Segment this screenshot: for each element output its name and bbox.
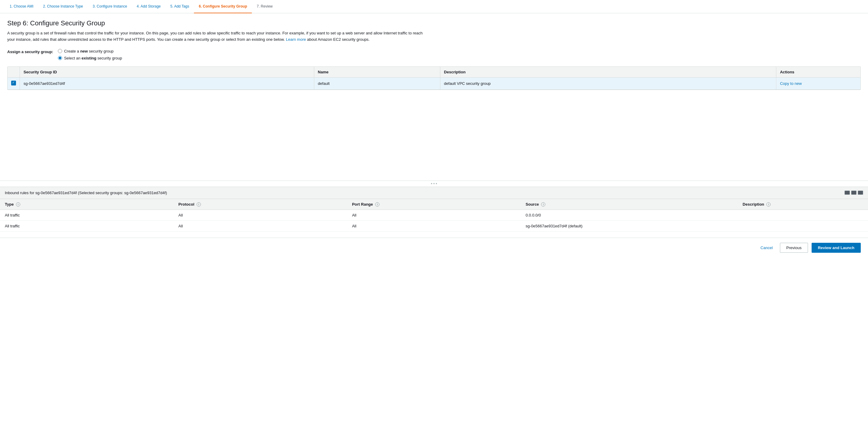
- security-groups-table-wrapper: Security Group ID Name Description Actio…: [7, 66, 861, 90]
- radio-create-new[interactable]: Create a new security group: [58, 49, 122, 53]
- sg-selected-checkbox[interactable]: [11, 81, 16, 85]
- rule1-source: 0.0.0.0/0: [521, 210, 738, 221]
- inbound-rules-section: Inbound rules for sg-0e5667ae931ed7d4f (…: [0, 187, 868, 232]
- sg-col-actions-header: Actions: [776, 67, 861, 78]
- copy-to-new-link[interactable]: Copy to new: [780, 81, 802, 86]
- page-title: Step 6: Configure Security Group: [7, 19, 861, 27]
- rule1-type: All traffic: [0, 210, 174, 221]
- rules-col-type-header: Type i: [0, 199, 174, 210]
- rules-col-port-header: Port Range i: [347, 199, 521, 210]
- wizard-step-2[interactable]: 2. Choose Instance Type: [38, 0, 88, 13]
- splitter-dot-1: [431, 183, 432, 184]
- sg-col-checkbox: [7, 67, 20, 78]
- action-bar: Cancel Previous Review and Launch: [0, 238, 868, 258]
- sg-col-name-header: Name: [314, 67, 440, 78]
- rule1-port-range: All: [347, 210, 521, 221]
- sg-row-checkbox-cell[interactable]: [7, 77, 20, 89]
- splitter-dot-2: [433, 183, 435, 184]
- assign-security-group-section: Assign a security group: Create a new se…: [7, 49, 861, 60]
- sg-desc-cell: default VPC security group: [440, 77, 776, 89]
- radio-existing-label: Select an existing security group: [64, 56, 122, 60]
- rule2-description: [738, 221, 868, 232]
- rules-table-header-row: Type i Protocol i Port Range i Source i …: [0, 199, 868, 210]
- radio-options: Create a new security group Select an ex…: [58, 49, 122, 60]
- inbound-rules-header: Inbound rules for sg-0e5667ae931ed7d4f (…: [0, 187, 868, 199]
- wizard-step-6[interactable]: 6. Configure Security Group: [194, 0, 252, 13]
- rule2-source: sg-0e5667ae931ed7d4f (default): [521, 221, 738, 232]
- desc-info-icon[interactable]: i: [766, 202, 771, 206]
- sg-table-header-row: Security Group ID Name Description Actio…: [7, 67, 861, 78]
- panel-collapse-button[interactable]: [844, 191, 850, 195]
- wizard-step-4[interactable]: 4. Add Storage: [132, 0, 165, 13]
- radio-existing-input[interactable]: [58, 56, 62, 60]
- learn-more-link[interactable]: Learn more: [286, 37, 306, 42]
- protocol-info-icon[interactable]: i: [197, 202, 201, 206]
- wizard-step-1[interactable]: 1. Choose AMI: [5, 0, 38, 13]
- inbound-rules-title: Inbound rules for sg-0e5667ae931ed7d4f (…: [5, 191, 167, 195]
- sg-col-desc-header: Description: [440, 67, 776, 78]
- port-info-icon[interactable]: i: [375, 202, 379, 206]
- table-row: All traffic All All sg-0e5667ae931ed7d4f…: [0, 221, 868, 232]
- rule2-port-range: All: [347, 221, 521, 232]
- page-description: A security group is a set of firewall ru…: [7, 30, 430, 43]
- panel-splitter[interactable]: [0, 180, 868, 187]
- splitter-handle: [431, 183, 437, 184]
- rule1-protocol: All: [174, 210, 347, 221]
- sg-col-id-header: Security Group ID: [20, 67, 314, 78]
- radio-create-input[interactable]: [58, 49, 62, 53]
- table-row: All traffic All All 0.0.0.0/0: [0, 210, 868, 221]
- cancel-button[interactable]: Cancel: [757, 244, 776, 252]
- rules-col-protocol-header: Protocol i: [174, 199, 347, 210]
- previous-button[interactable]: Previous: [780, 243, 808, 253]
- table-row[interactable]: sg-0e5667ae931ed7d4f default default VPC…: [7, 77, 861, 89]
- rules-col-desc-header: Description i: [738, 199, 868, 210]
- rule2-type: All traffic: [0, 221, 174, 232]
- radio-select-existing[interactable]: Select an existing security group: [58, 56, 122, 60]
- source-info-icon[interactable]: i: [541, 202, 545, 206]
- inbound-rules-table: Type i Protocol i Port Range i Source i …: [0, 199, 868, 232]
- security-groups-table: Security Group ID Name Description Actio…: [7, 67, 861, 90]
- assign-label: Assign a security group:: [7, 49, 53, 54]
- rule2-protocol: All: [174, 221, 347, 232]
- main-content: Step 6: Configure Security Group A secur…: [0, 13, 868, 96]
- sg-name-cell: default: [314, 77, 440, 89]
- inbound-panel-controls: [844, 191, 863, 195]
- rules-col-source-header: Source i: [521, 199, 738, 210]
- review-launch-button[interactable]: Review and Launch: [812, 243, 861, 253]
- type-info-icon[interactable]: i: [16, 202, 20, 206]
- panel-expand-button[interactable]: [851, 191, 857, 195]
- sg-id-cell: sg-0e5667ae931ed7d4f: [20, 77, 314, 89]
- splitter-dot-3: [436, 183, 437, 184]
- wizard-step-7: 7. Review: [252, 0, 277, 13]
- wizard-step-3[interactable]: 3. Configure Instance: [88, 0, 132, 13]
- radio-create-label: Create a new security group: [64, 49, 114, 53]
- panel-maximize-button[interactable]: [858, 191, 863, 195]
- rule1-description: [738, 210, 868, 221]
- wizard-navigation: 1. Choose AMI 2. Choose Instance Type 3.…: [0, 0, 868, 13]
- sg-action-cell[interactable]: Copy to new: [776, 77, 861, 89]
- wizard-step-5[interactable]: 5. Add Tags: [165, 0, 194, 13]
